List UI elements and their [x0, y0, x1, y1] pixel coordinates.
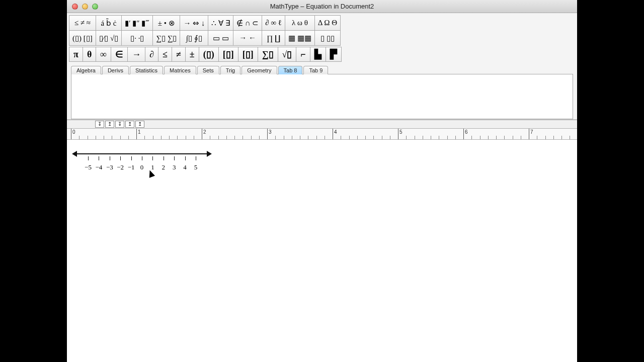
symbol-palette-cell[interactable]: á b̄ ċ [96, 16, 122, 31]
ruler-major-tick [71, 129, 71, 140]
ruler-minor-tick [561, 136, 562, 139]
ruler-minor-tick [471, 136, 472, 139]
favorite-symbol-button[interactable]: ≠ [172, 47, 186, 62]
number-line-tick [99, 156, 99, 160]
symbol-palette-cell[interactable]: → ← [233, 31, 262, 46]
ruler-minor-tick [259, 136, 260, 139]
favorite-symbol-button[interactable]: π [69, 47, 83, 62]
ruler-minor-tick [316, 136, 317, 139]
favorite-symbol-button[interactable]: ∞ [96, 47, 111, 62]
tab-stop-button[interactable]: ↥ [105, 121, 114, 128]
favorite-symbol-button[interactable]: ▛ [326, 47, 342, 62]
symbol-palette-cell[interactable]: λ ω θ [285, 16, 315, 31]
ruler-minor-tick [112, 136, 112, 139]
favorite-symbol-button[interactable]: ∂ [145, 47, 158, 62]
symbol-palette-cell[interactable]: ± • ⊗ [153, 16, 180, 31]
number-line-tick [152, 156, 153, 160]
tab-tab-9[interactable]: Tab 9 [303, 66, 328, 74]
symbol-palette-cell[interactable]: ∑▯ ∑▯ [153, 31, 180, 46]
favorite-symbol-button[interactable]: ≤ [158, 47, 172, 62]
favorite-symbol-button[interactable]: [▯] [218, 47, 238, 62]
favorite-symbol-button[interactable]: √▯ [278, 47, 297, 62]
symbol-palette-cell[interactable]: ▯⁄▯ √▯ [96, 31, 122, 46]
symbol-palette-cell[interactable]: Δ Ω Θ [314, 16, 340, 31]
number-line-tick [185, 156, 186, 160]
traffic-lights [72, 4, 98, 10]
favorite-symbol-button[interactable]: (▯) [199, 47, 219, 62]
symbol-palette-cell[interactable]: ∂ ∞ ℓ [262, 16, 285, 31]
symbol-palette-cell[interactable]: ▦ ▦▦ [285, 31, 315, 46]
ruler-major-tick [463, 129, 464, 140]
number-line-label: −1 [128, 163, 135, 171]
tab-bar: AlgebraDerivsStatisticsMatricesSetsTrigG… [69, 64, 575, 74]
favorite-symbol-button[interactable]: → [127, 47, 145, 62]
ruler-major-tick [333, 129, 333, 140]
ruler-minor-tick [382, 136, 382, 139]
editor-canvas[interactable]: −5−4−3−2−1012345 [67, 140, 577, 356]
tab-sets[interactable]: Sets [197, 66, 219, 74]
ruler-label: 6 [465, 129, 468, 135]
ruler-minor-tick [218, 136, 219, 139]
number-line-tick [120, 156, 121, 160]
ruler-minor-tick [496, 136, 497, 139]
number-line-label: 4 [183, 163, 187, 171]
ruler-minor-tick [423, 136, 423, 139]
symbol-palette-cell[interactable]: ∴ ∀ ∃ [208, 16, 233, 31]
symbol-palette-cell[interactable]: ▯ ▯▯ [314, 31, 340, 46]
window-title: MathType – Equation in Document2 [67, 3, 577, 10]
symbol-palette-cell[interactable]: (▯) [▯] [69, 31, 96, 46]
tab-algebra[interactable]: Algebra [71, 66, 101, 74]
favorite-symbol-button[interactable]: θ [83, 47, 96, 62]
symbol-palette-cell[interactable]: ∏ ∐ [262, 31, 285, 46]
symbol-palette-cell[interactable]: ▭ ▭ [208, 31, 233, 46]
titlebar: MathType – Equation in Document2 [67, 0, 577, 13]
favorite-symbol-button[interactable]: [▯] [238, 47, 258, 62]
arrow-right-icon [207, 151, 212, 157]
ruler-minor-tick [455, 136, 456, 139]
ruler-minor-tick [447, 136, 448, 139]
tab-matrices[interactable]: Matrices [164, 66, 196, 74]
tab-stop-button[interactable]: ↧ [115, 121, 124, 128]
ruler-major-tick [202, 129, 202, 140]
symbol-palette-cell[interactable]: ∫▯ ∮▯ [180, 31, 208, 46]
ruler-minor-tick [325, 136, 325, 139]
symbol-palette-cell[interactable]: ▮′ ▮″ ▮‴ [122, 16, 153, 31]
tab-statistics[interactable]: Statistics [130, 66, 163, 74]
symbol-palette-cell[interactable]: ▯· ·▯ [122, 31, 153, 46]
favorite-symbol-button[interactable]: ⌐ [296, 47, 310, 62]
ruler-minor-tick [177, 136, 178, 139]
symbol-palette-cell[interactable]: → ⇔ ↓ [180, 16, 208, 31]
ruler-minor-tick [349, 136, 350, 139]
ruler-minor-tick [439, 136, 439, 139]
favorite-symbol-button[interactable]: ▙ [310, 47, 326, 62]
ruler-minor-tick [169, 136, 170, 139]
zoom-button[interactable] [92, 4, 98, 10]
ruler-label: 4 [334, 129, 337, 135]
symbol-palette-cell[interactable]: ∉ ∩ ⊂ [233, 16, 262, 31]
tab-tab-8[interactable]: Tab 8 [278, 66, 303, 74]
ruler-minor-tick [275, 136, 276, 139]
minimize-button[interactable] [82, 4, 88, 10]
favorite-symbol-button[interactable]: ∈ [111, 47, 128, 62]
ruler-minor-tick [88, 136, 88, 139]
tab-stop-button[interactable]: ↧ [95, 121, 104, 128]
tab-derivs[interactable]: Derivs [102, 66, 129, 74]
tab-stop-button[interactable]: ↥ [125, 121, 134, 128]
tab-stop-button[interactable]: ↥ [135, 121, 144, 128]
symbol-palette-cell[interactable]: ≤ ≠ ≈ [69, 16, 96, 31]
favorite-symbol-button[interactable]: ± [185, 47, 199, 62]
number-line-label: −3 [106, 163, 113, 171]
ruler[interactable]: 01234567 [67, 129, 577, 140]
close-button[interactable] [72, 4, 78, 10]
number-line-label: 0 [140, 163, 144, 171]
number-line-tick [174, 156, 175, 160]
tab-shelf [71, 74, 573, 119]
number-line-label: −2 [117, 163, 124, 171]
ruler-minor-tick [521, 136, 521, 139]
favorite-symbol-button[interactable]: ∑▯ [258, 47, 278, 62]
tab-trig[interactable]: Trig [220, 66, 241, 74]
ruler-label: 0 [72, 129, 75, 135]
ruler-minor-tick [504, 136, 505, 139]
ruler-minor-tick [513, 136, 513, 139]
tab-geometry[interactable]: Geometry [242, 66, 277, 74]
